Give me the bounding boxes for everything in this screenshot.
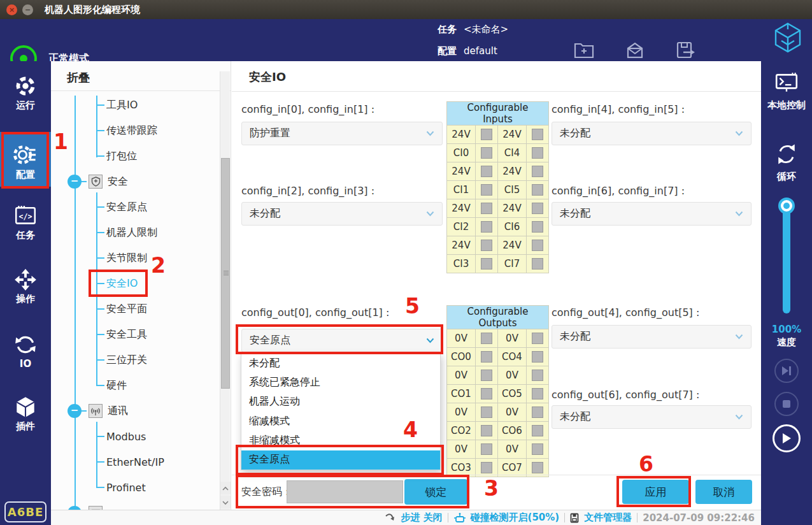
io-checkbox[interactable]	[532, 462, 543, 473]
io-checkbox[interactable]	[532, 370, 543, 381]
tree-item[interactable]: 安全IO	[96, 276, 138, 291]
dropdown-option[interactable]: 未分配	[241, 354, 440, 373]
io-checkbox[interactable]	[532, 406, 543, 418]
io-checkbox[interactable]	[481, 462, 492, 473]
sidebar-item-config[interactable]: 配置	[0, 132, 51, 187]
io-checkbox[interactable]	[532, 240, 543, 251]
io-checkbox[interactable]	[532, 166, 543, 177]
sidebar-item-task[interactable]: </> 任务	[0, 200, 51, 241]
dropdown-option[interactable]: 系统已紧急停止	[241, 373, 440, 392]
tree-item-label: 工具IO	[106, 99, 138, 112]
field-label-out01: config_out[0], config_out[1] :	[241, 306, 389, 319]
io-checkbox[interactable]	[532, 184, 543, 196]
io-checkbox[interactable]	[532, 351, 543, 363]
io-checkbox[interactable]	[481, 258, 492, 270]
io-checkbox[interactable]	[481, 184, 492, 196]
tree-item[interactable]: EtherNet/IP	[96, 454, 164, 470]
sidebar-item-run[interactable]: 运行	[0, 70, 51, 111]
loop-icon[interactable]	[774, 141, 799, 167]
io-checkbox[interactable]	[481, 333, 492, 344]
loop-label: 循环	[761, 171, 812, 183]
select-config-in45[interactable]: 未分配	[552, 122, 751, 145]
speed-slider-track[interactable]	[783, 204, 790, 313]
scroll-up-icon[interactable]	[220, 482, 231, 494]
apply-button[interactable]: 应用	[622, 480, 689, 504]
scroll-down-icon[interactable]	[220, 496, 231, 508]
tree-item-partial[interactable]: −	[68, 505, 103, 510]
io-checkbox-cell	[527, 403, 549, 422]
tree-item[interactable]: 硬件	[96, 378, 127, 393]
select-config-out01[interactable]: 安全原点	[241, 329, 443, 352]
minimize-icon[interactable]: −	[22, 4, 33, 15]
io-checkbox[interactable]	[532, 443, 543, 455]
play-button[interactable]	[773, 424, 801, 452]
sidebar-item-operate[interactable]: 操作	[0, 264, 51, 305]
dropdown-option[interactable]: 机器人运动	[241, 392, 440, 412]
plugin-cube-icon	[13, 395, 38, 419]
close-icon[interactable]: ×	[6, 4, 17, 15]
select-config-in67[interactable]: 未分配	[552, 202, 751, 226]
io-checkbox[interactable]	[481, 203, 492, 214]
tree-item[interactable]: 关节限制	[96, 250, 147, 266]
tree-scrollbar[interactable]	[220, 71, 230, 510]
tree-item[interactable]: 安全工具	[96, 327, 147, 342]
tree-item[interactable]: −通讯	[68, 403, 128, 419]
speed-slider-thumb[interactable]	[778, 198, 795, 214]
tree-item[interactable]: 机器人限制	[96, 225, 157, 240]
local-control-icon[interactable]	[774, 71, 799, 94]
io-checkbox[interactable]	[481, 221, 492, 233]
skip-next-button[interactable]	[774, 359, 799, 383]
io-checkbox[interactable]	[481, 370, 492, 381]
robot-id-badge[interactable]: A6BE	[4, 501, 46, 522]
io-checkbox[interactable]	[532, 203, 543, 214]
io-checkbox[interactable]	[481, 129, 492, 140]
tree-collapse-toggle[interactable]: −	[68, 175, 82, 189]
tree-item[interactable]: Modbus	[96, 429, 146, 444]
password-input[interactable]	[287, 480, 403, 503]
io-checkbox[interactable]	[481, 406, 492, 418]
tree-item[interactable]: 传送带跟踪	[96, 123, 157, 138]
tree-item-label: 三位开关	[106, 354, 147, 367]
io-checkbox[interactable]	[481, 240, 492, 251]
tree-connector	[96, 232, 104, 233]
io-terminal-label: 0V	[447, 403, 476, 422]
tree-item[interactable]: 安全平面	[96, 301, 147, 317]
io-checkbox[interactable]	[532, 425, 543, 436]
tree-collapse-toggle[interactable]: −	[68, 404, 82, 418]
table-row: CO1CO5	[447, 385, 549, 403]
io-checkbox[interactable]	[481, 425, 492, 436]
io-checkbox[interactable]	[481, 147, 492, 159]
file-manager-link[interactable]: 文件管理器	[584, 512, 632, 524]
sidebar-item-io[interactable]: IO	[0, 329, 51, 370]
tree-item[interactable]: 三位开关	[96, 352, 147, 368]
cancel-button[interactable]: 取消	[695, 480, 752, 504]
io-checkbox[interactable]	[481, 351, 492, 363]
sidebar-item-plugin[interactable]: 插件	[0, 391, 51, 433]
select-config-in23[interactable]: 未分配	[241, 202, 443, 226]
collision-status[interactable]: 碰撞检测开启(50%)	[471, 512, 560, 524]
io-checkbox[interactable]	[481, 166, 492, 177]
tree-item[interactable]: 安全原点	[96, 199, 147, 215]
io-checkbox[interactable]	[481, 388, 492, 399]
io-checkbox[interactable]	[532, 258, 543, 270]
select-config-out45[interactable]: 未分配	[552, 325, 751, 349]
dropdown-option[interactable]: 安全原点	[241, 450, 440, 470]
step-status[interactable]: 步进 关闭	[401, 512, 442, 524]
select-config-in01[interactable]: 防护重置	[241, 122, 443, 145]
io-checkbox[interactable]	[532, 221, 543, 233]
select-config-out67[interactable]: 未分配	[552, 405, 751, 429]
io-checkbox[interactable]	[532, 147, 543, 159]
io-checkbox[interactable]	[481, 443, 492, 455]
scrollbar-thumb[interactable]	[221, 158, 230, 389]
io-checkbox-cell	[476, 181, 498, 199]
tree-item[interactable]: Profinet	[96, 480, 146, 495]
io-checkbox[interactable]	[532, 388, 543, 399]
tree-collapse-header[interactable]: 折叠	[67, 70, 90, 85]
tree-item[interactable]: −安全	[68, 174, 128, 189]
lock-button[interactable]: 锁定	[404, 479, 467, 505]
io-checkbox[interactable]	[532, 333, 543, 344]
tree-item[interactable]: 工具IO	[96, 97, 138, 113]
io-checkbox[interactable]	[532, 129, 543, 140]
stop-button[interactable]	[774, 392, 799, 416]
tree-item[interactable]: 打包位	[96, 148, 137, 164]
